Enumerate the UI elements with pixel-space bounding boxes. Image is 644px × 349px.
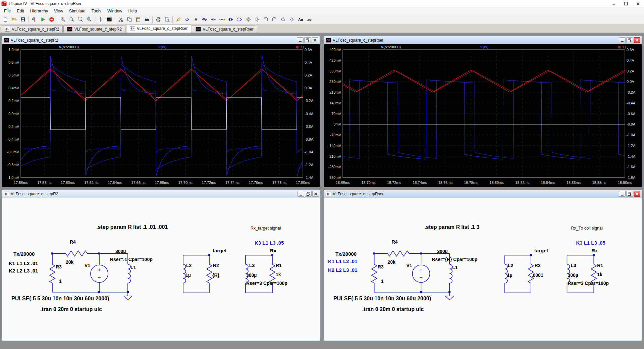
component-button[interactable]: [235, 16, 244, 23]
paste-button[interactable]: [134, 16, 142, 23]
schematic-pane-stepRser[interactable]: .step param R list .1 3Rx_Tx coil signal…: [324, 198, 642, 341]
app-close-button[interactable]: [632, 0, 644, 7]
schematic-text[interactable]: .step param R list .1 .01 .001: [96, 224, 168, 230]
label-net-button[interactable]: A: [192, 16, 200, 23]
tab-1-VLFosc_square_c_stepR2[interactable]: VLFosc_square_c_stepR2: [63, 25, 125, 33]
menu-file[interactable]: File: [1, 8, 14, 14]
schematic-text[interactable]: PULSE(-5 5 30u 10n 10n 30u 60u 2000): [333, 296, 431, 301]
schematic-text[interactable]: Rser=3 Cpar=100p: [568, 281, 609, 286]
res-R4[interactable]: [66, 251, 87, 256]
menu-window[interactable]: Window: [104, 8, 125, 14]
window-titlebar[interactable]: VLFosc_square_c_stepRser: [324, 36, 642, 44]
print-preview-button[interactable]: [163, 16, 171, 23]
schematic-text[interactable]: Rx: [270, 248, 277, 253]
schematic-text[interactable]: .0001: [532, 272, 543, 278]
schematic-text[interactable]: Rser=3 Cpar=100p: [246, 281, 287, 286]
waveform-plot-canvas[interactable]: 17.56ms17.58ms17.60ms17.62ms17.64ms17.66…: [2, 44, 320, 187]
res-R4[interactable]: [388, 251, 409, 256]
menu-edit[interactable]: Edit: [14, 8, 27, 14]
schematic-pane-stepR2[interactable]: .step param R list .1 .01 .001Rx_target …: [2, 198, 320, 341]
schematic-text[interactable]: L2: [508, 263, 514, 268]
ind-L1[interactable]: [449, 264, 452, 283]
res-R3[interactable]: [50, 264, 55, 283]
window-close-button[interactable]: [312, 37, 318, 43]
schematic-text[interactable]: Rx_Tx coil signal: [571, 226, 602, 231]
schematic-text[interactable]: R4: [70, 239, 76, 245]
autorange-y-button[interactable]: [96, 16, 105, 23]
ground-symbol[interactable]: [445, 296, 454, 300]
zoom-out-button[interactable]: [67, 16, 76, 23]
schematic-text[interactable]: Tx/20000: [13, 251, 35, 257]
window-waveform-stepR2[interactable]: VLFosc_square_c_stepR2 17.56ms17.58ms17.…: [2, 36, 320, 187]
schematic-text[interactable]: Rser={R} Cpar=100p: [432, 257, 477, 262]
drag-button[interactable]: [253, 16, 261, 23]
schematic-text[interactable]: R4: [392, 239, 398, 245]
wire-button[interactable]: [174, 16, 182, 23]
open-button[interactable]: [10, 16, 18, 23]
schematic-text[interactable]: K3 L1 L3 .05: [255, 240, 284, 246]
plot-pane-button[interactable]: [105, 16, 113, 23]
schematic-text[interactable]: V1: [406, 263, 412, 268]
schematic-text[interactable]: 300µ: [246, 272, 257, 278]
app-minimize-button[interactable]: [608, 0, 620, 7]
schematic-text[interactable]: R3: [56, 264, 62, 269]
waveform-plot-canvas[interactable]: 18.68ms18.70ms18.72ms18.74ms18.76ms18.78…: [324, 44, 642, 187]
waveform-pane-stepR2[interactable]: 17.56ms17.58ms17.60ms17.62ms17.64ms17.66…: [2, 44, 320, 187]
schematic-canvas[interactable]: .step param R list .1 .01 .001Rx_target …: [2, 198, 320, 341]
halt-button[interactable]: [47, 16, 56, 23]
undo-button[interactable]: [261, 16, 270, 23]
schematic-text[interactable]: L3: [571, 263, 576, 268]
resistor-button[interactable]: [200, 16, 209, 23]
diode-button[interactable]: [226, 16, 235, 23]
window-minimize-button[interactable]: [298, 191, 304, 197]
window-minimize-button[interactable]: [619, 191, 626, 197]
window-restore-button[interactable]: [626, 191, 633, 197]
vsrc-V1[interactable]: [91, 265, 108, 282]
save-button[interactable]: [18, 16, 27, 23]
schematic-text[interactable]: L2: [186, 263, 192, 268]
new-schematic-button[interactable]: [1, 16, 9, 23]
window-waveform-stepRser[interactable]: VLFosc_square_c_stepRser 18.68ms18.70ms1…: [324, 36, 642, 187]
window-minimize-button[interactable]: [297, 37, 304, 43]
schematic-text[interactable]: 20k: [66, 259, 74, 265]
schematic-text[interactable]: K1 L1 L2 .01: [328, 258, 357, 264]
inductor-button[interactable]: [218, 16, 226, 23]
schematic-text[interactable]: Rx: [591, 248, 598, 253]
schematic-text[interactable]: 1µ: [507, 272, 513, 278]
zoom-in-button[interactable]: [59, 16, 67, 23]
window-schematic-stepR2[interactable]: VLFosc_square_c_stepR2 .step param R lis…: [2, 190, 321, 341]
schematic-text[interactable]: 300µ: [437, 249, 447, 254]
spice-directive-button[interactable]: .op: [305, 16, 313, 23]
schematic-text[interactable]: PULSE(-5 5 30u 10n 10n 30u 60u 2000): [11, 296, 109, 301]
ind-L1[interactable]: [128, 264, 130, 283]
zoom-area-button[interactable]: [76, 16, 85, 23]
cut-button[interactable]: [116, 16, 125, 23]
schematic-text[interactable]: R1: [597, 263, 603, 268]
redo-button[interactable]: [270, 16, 278, 23]
schematic-text[interactable]: R2: [535, 263, 541, 268]
copy-button[interactable]: [125, 16, 133, 23]
text-button[interactable]: Aa: [296, 16, 305, 23]
menu-simulate[interactable]: Simulate: [66, 8, 89, 14]
schematic-text[interactable]: .tran 0 20m 0 startup uic: [362, 306, 424, 312]
schematic-text[interactable]: .tran 0 20m 0 startup uic: [40, 306, 102, 312]
schematic-text[interactable]: K3 L1 L3 .05: [576, 240, 605, 246]
schematic-text[interactable]: 1k: [276, 272, 281, 277]
app-titlebar[interactable]: LTspice IV - VLFosc_square_c_stepRser: [0, 0, 644, 7]
ground-button[interactable]: [183, 16, 191, 23]
menu-hierarchy[interactable]: Hierarchy: [27, 8, 51, 14]
capacitor-button[interactable]: [209, 16, 217, 23]
schematic-text[interactable]: 20k: [388, 259, 396, 265]
window-close-button[interactable]: [634, 37, 640, 43]
window-titlebar[interactable]: VLFosc_square_c_stepR2: [2, 190, 320, 198]
mirror-button[interactable]: [287, 16, 296, 23]
window-restore-button[interactable]: [304, 37, 311, 43]
menu-tools[interactable]: Tools: [89, 8, 104, 14]
schematic-text[interactable]: Rser=.1 Cpar=100p: [110, 257, 153, 262]
app-maximize-button[interactable]: [620, 0, 632, 7]
schematic-text[interactable]: 1µ: [185, 272, 191, 278]
run-button[interactable]: [39, 16, 47, 23]
waveform-pane-stepRser[interactable]: 18.68ms18.70ms18.72ms18.74ms18.76ms18.78…: [324, 44, 642, 187]
window-restore-button[interactable]: [305, 191, 312, 197]
schematic-text[interactable]: target: [213, 248, 227, 253]
